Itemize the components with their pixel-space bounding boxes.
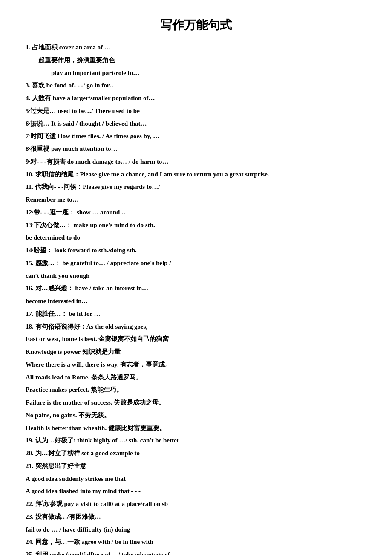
list-item: 6·据说… It is said / thought / believed th…	[26, 118, 366, 130]
list-item: 24. 同意，与…一致 agree with / be in line with	[26, 536, 366, 548]
page-title: 写作万能句式	[26, 17, 366, 33]
list-item: 20. 为…树立了榜样 set a good example to	[26, 448, 366, 460]
list-item: 15. 感激…： be grateful to… / appreciate on…	[26, 257, 366, 269]
content-area: 1. 占地面积 cover an area of … 起重要作用，扮演重要角色p…	[26, 42, 366, 555]
list-item: 7·时间飞逝 How times flies. / As times goes …	[26, 130, 366, 142]
list-item: Where there is a will, there is way. 有志者…	[26, 359, 366, 371]
list-item: 19. 认为…好极了: think highly of …/ sth. can'…	[26, 435, 366, 447]
list-item: 4. 人数有 have a larger/smaller population …	[26, 92, 366, 104]
list-item: can't thank you enough	[26, 270, 366, 282]
list-item: 17. 能胜任…： be fit for …	[26, 308, 366, 320]
list-item: 9·对- - -有损害 do much damage to… / do harm…	[26, 156, 366, 168]
list-item: Knowledge is power 知识就是力量	[26, 346, 366, 358]
list-item: fail to do … / have difficulty (in) doin…	[26, 524, 366, 536]
list-item: Health is better than whealth. 健康比财富更重要。	[26, 422, 366, 434]
list-item: All roads lead to Rome. 条条大路通罗马。	[26, 372, 366, 384]
list-item: 23. 没有做成…/有困难做…	[26, 511, 366, 523]
list-item: Practice makes perfect. 熟能生巧。	[26, 384, 366, 396]
list-item: A good idea flashed into my mind that - …	[26, 486, 366, 497]
list-item: become interested in…	[26, 295, 366, 307]
list-item: 25. 利用 make (good/full)use of …/ take ad…	[26, 549, 366, 555]
list-item: play an important part/role in…	[51, 67, 366, 79]
list-item: 14·盼望： look forward to sth./doing sth.	[26, 245, 366, 257]
list-item: Failure is the mother of success. 失败是成功之…	[26, 397, 366, 409]
list-item: be determined to do	[26, 232, 366, 244]
list-item: 3. 喜欢 be fond of- - -/ go in for…	[26, 80, 366, 92]
list-item: 起重要作用，扮演重要角色	[38, 55, 366, 66]
list-item: 5·过去是… used to be…/ There used to be	[26, 105, 366, 117]
list-item: 11. 代我向- - -问候：Please give my regards to…	[26, 181, 366, 193]
list-item: East or west, home is best. 金窝银窝不如自己的狗窝	[26, 333, 366, 345]
list-item: 1. 占地面积 cover an area of …	[26, 42, 366, 54]
list-item: 16. 对…感兴趣： have / take an interest in…	[26, 283, 366, 295]
list-item: Remember me to…	[26, 194, 366, 206]
list-item: 21. 突然想出了好主意	[26, 460, 366, 472]
list-item: 10. 求职信的结尾：Please give me a chance, and …	[26, 169, 366, 181]
list-item: A good idea suddenly strikes me that	[26, 473, 366, 485]
list-item: 13·下决心做…： make up one's mind to do sth.	[26, 220, 366, 231]
list-item: 18. 有句俗语说得好：As the old saying goes,	[26, 321, 366, 333]
list-item: 12·带- - -逛一逛： show … around …	[26, 207, 366, 219]
list-item: 8·很重视 pay much attention to…	[26, 143, 366, 155]
list-item: No pains, no gains. 不劳无获。	[26, 410, 366, 422]
list-item: 22. 拜访/参观 pay a visit to call0 at a plac…	[26, 498, 366, 510]
